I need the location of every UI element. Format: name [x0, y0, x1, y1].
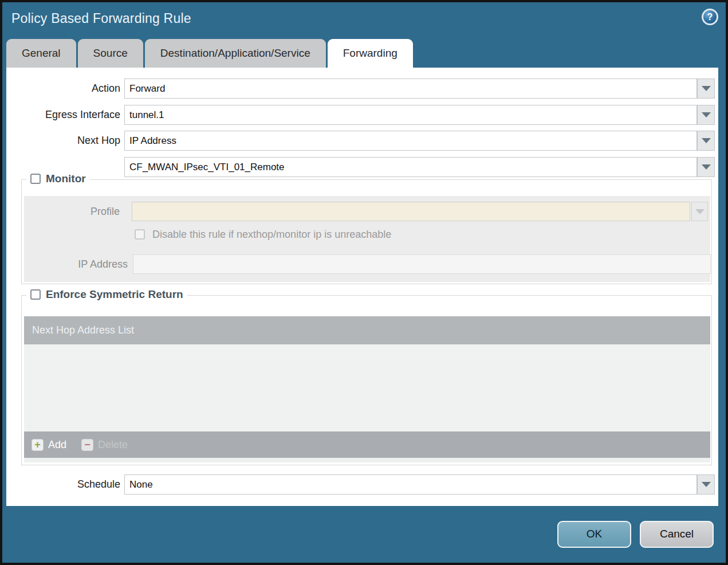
chevron-down-icon	[702, 86, 711, 91]
add-button-label: Add	[48, 439, 66, 451]
schedule-input[interactable]	[124, 474, 697, 495]
pbf-rule-dialog: Policy Based Forwarding Rule ? General S…	[0, 0, 728, 565]
schedule-label: Schedule	[6, 474, 120, 494]
table-column-header: Next Hop Address List	[24, 316, 710, 344]
table-toolbar: + Add − Delete	[24, 431, 710, 458]
action-label: Action	[6, 79, 120, 98]
next-hop-label: Next Hop	[6, 131, 120, 150]
tab-source[interactable]: Source	[78, 39, 143, 68]
tab-forwarding[interactable]: Forwarding	[328, 39, 413, 68]
chevron-down-icon	[702, 164, 711, 170]
title-bar: Policy Based Forwarding Rule ?	[2, 2, 726, 37]
forwarding-tab-panel: Action Egress Interface Next Hop Monitor…	[6, 68, 718, 506]
profile-label: Profile	[24, 202, 120, 221]
chevron-down-icon	[702, 138, 711, 143]
chevron-down-icon	[702, 112, 711, 117]
enforce-symmetric-return-header: Enforce Symmetric Return	[26, 288, 187, 301]
action-input[interactable]	[124, 79, 697, 99]
table-body	[24, 344, 710, 431]
action-dropdown-button[interactable]	[697, 79, 715, 99]
enforce-symmetric-return-checkbox[interactable]	[30, 289, 41, 300]
delete-button-label: Delete	[98, 439, 128, 451]
monitor-profile-input	[132, 202, 690, 221]
enforce-symmetric-return-group: Enforce Symmetric Return Next Hop Addres…	[21, 295, 712, 465]
cancel-button[interactable]: Cancel	[640, 521, 714, 548]
enforce-symmetric-return-label: Enforce Symmetric Return	[46, 288, 183, 301]
monitor-ip-address-input	[133, 254, 711, 274]
tab-bar: General Source Destination/Application/S…	[6, 39, 413, 68]
egress-interface-dropdown-button[interactable]	[697, 105, 715, 125]
monitor-ip-address-label: IP Address	[24, 254, 128, 274]
monitor-group: Monitor Profile Disable this rule if nex…	[21, 179, 712, 284]
delete-button: − Delete	[81, 439, 128, 451]
disable-rule-label: Disable this rule if nexthop/monitor ip …	[152, 229, 391, 240]
chevron-down-icon	[695, 209, 705, 214]
help-glyph: ?	[707, 12, 713, 22]
next-hop-type-input[interactable]	[124, 131, 697, 151]
next-hop-type-dropdown-button[interactable]	[697, 131, 715, 151]
table-scrollbar-track	[24, 458, 710, 462]
add-icon: +	[32, 439, 44, 451]
next-hop-address-table: Next Hop Address List + Add − Delete	[24, 316, 710, 462]
help-icon[interactable]: ?	[702, 9, 718, 25]
egress-interface-input[interactable]	[124, 105, 697, 125]
add-button[interactable]: + Add	[32, 439, 66, 451]
tab-destination-application-service[interactable]: Destination/Application/Service	[145, 39, 326, 68]
dialog-footer: OK Cancel	[2, 505, 726, 563]
next-hop-address-dropdown-button[interactable]	[697, 157, 715, 177]
dialog-title: Policy Based Forwarding Rule	[11, 11, 191, 26]
monitor-group-header: Monitor	[26, 172, 90, 185]
ok-button[interactable]: OK	[557, 521, 631, 548]
delete-icon: −	[81, 439, 93, 451]
monitor-checkbox[interactable]	[30, 174, 41, 184]
monitor-label: Monitor	[46, 172, 86, 185]
disable-rule-checkbox	[135, 229, 145, 240]
egress-interface-label: Egress Interface	[6, 105, 120, 124]
chevron-down-icon	[702, 482, 711, 487]
schedule-dropdown-button[interactable]	[697, 474, 715, 495]
monitor-panel: Profile Disable this rule if nexthop/mon…	[24, 196, 710, 282]
tab-general[interactable]: General	[6, 39, 76, 68]
next-hop-address-input[interactable]	[124, 157, 697, 177]
monitor-profile-dropdown-button	[691, 202, 708, 221]
